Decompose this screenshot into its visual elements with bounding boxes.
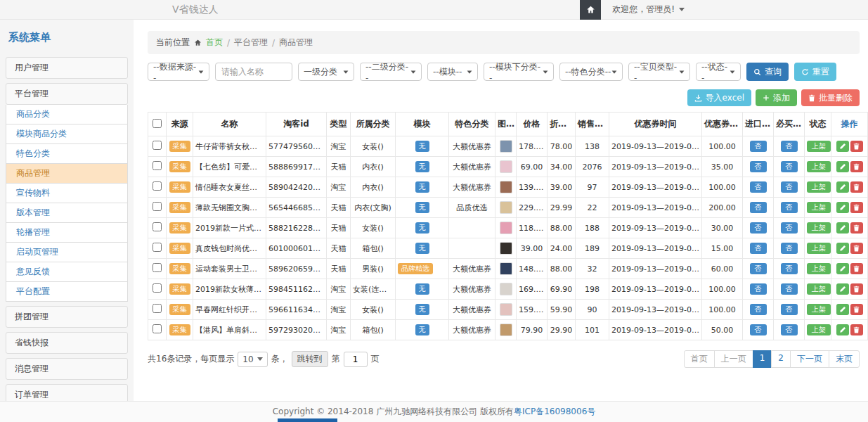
sidebar-item-7[interactable]: 版本管理 — [6, 203, 128, 223]
must-buy-toggle[interactable]: 否 — [781, 283, 798, 295]
status-button[interactable]: 上架 — [807, 304, 831, 315]
pager-button-2[interactable]: 1 — [753, 350, 772, 368]
per-page-select[interactable]: 10 — [238, 352, 267, 367]
delete-button[interactable] — [850, 324, 863, 335]
select-all-checkbox[interactable] — [153, 119, 162, 128]
must-buy-toggle[interactable]: 否 — [781, 243, 798, 254]
filter-select-data-source[interactable]: --数据来源-- — [148, 63, 209, 81]
sidebar-item-1[interactable]: 平台管理 — [6, 83, 128, 105]
row-checkbox[interactable] — [153, 324, 162, 333]
delete-button[interactable] — [850, 141, 863, 152]
filter-select-level1-category[interactable]: 一级分类 — [298, 63, 354, 81]
sidebar-item-11[interactable]: 平台配置 — [6, 282, 128, 302]
sidebar-item-3[interactable]: 模块商品分类 — [6, 124, 128, 144]
delete-button[interactable] — [850, 222, 863, 234]
row-checkbox[interactable] — [153, 263, 162, 272]
status-button[interactable]: 上架 — [807, 283, 831, 295]
import-select-toggle[interactable]: 否 — [750, 263, 767, 274]
must-buy-toggle[interactable]: 否 — [781, 263, 798, 274]
batch-delete-button[interactable]: 批量删除 — [801, 89, 860, 106]
row-checkbox[interactable] — [153, 161, 162, 170]
add-button[interactable]: 添加 — [756, 89, 797, 106]
delete-button[interactable] — [850, 202, 863, 213]
must-buy-toggle[interactable]: 否 — [781, 222, 798, 234]
edit-button[interactable] — [836, 243, 849, 254]
delete-button[interactable] — [850, 283, 863, 295]
must-buy-toggle[interactable]: 否 — [781, 161, 798, 172]
sidebar-item-6[interactable]: 宣传物料 — [6, 184, 128, 203]
delete-button[interactable] — [850, 304, 863, 315]
home-button[interactable] — [580, 0, 601, 20]
reset-button[interactable]: 重置 — [794, 63, 836, 81]
filter-select-module[interactable]: --模块-- — [427, 63, 478, 81]
edit-button[interactable] — [836, 161, 849, 172]
delete-button[interactable] — [850, 263, 863, 274]
row-checkbox[interactable] — [153, 283, 162, 293]
status-button[interactable]: 上架 — [807, 243, 831, 254]
row-checkbox[interactable] — [153, 202, 162, 211]
row-checkbox[interactable] — [153, 181, 162, 191]
edit-button[interactable] — [836, 181, 849, 193]
page-number-input[interactable] — [344, 352, 368, 367]
status-button[interactable]: 上架 — [807, 324, 831, 335]
filter-select-status[interactable]: --状态-- — [696, 63, 741, 81]
pager-button-4[interactable]: 下一页 — [790, 350, 829, 368]
filter-select-feature[interactable]: --特色分类-- — [559, 63, 623, 81]
breadcrumb-home-link[interactable]: 首页 — [206, 37, 223, 49]
edit-button[interactable] — [836, 324, 849, 335]
import-select-toggle[interactable]: 否 — [750, 202, 767, 213]
search-button[interactable]: 查询 — [746, 63, 789, 81]
import-select-toggle[interactable]: 否 — [750, 304, 767, 315]
filter-select-item-type[interactable]: --宝贝类型-- — [628, 63, 690, 81]
sidebar-item-13[interactable]: 省钱快报 — [6, 332, 128, 354]
delete-button[interactable] — [850, 161, 863, 172]
horizontal-scrollbar-thumb[interactable] — [278, 418, 337, 422]
sidebar-item-14[interactable]: 消息管理 — [6, 358, 128, 380]
status-button[interactable]: 上架 — [807, 141, 831, 152]
sidebar-item-4[interactable]: 特色分类 — [6, 144, 128, 164]
row-checkbox[interactable] — [153, 304, 162, 313]
filter-select-module-sub[interactable]: --模块下分类-- — [484, 63, 554, 81]
import-select-toggle[interactable]: 否 — [750, 324, 767, 335]
pager-button-1[interactable]: 上一页 — [714, 350, 753, 368]
status-button[interactable]: 上架 — [807, 202, 831, 213]
import-select-toggle[interactable]: 否 — [750, 161, 767, 172]
sidebar-item-0[interactable]: 用户管理 — [6, 57, 128, 79]
edit-button[interactable] — [836, 222, 849, 234]
edit-button[interactable] — [836, 283, 849, 295]
status-button[interactable]: 上架 — [807, 161, 831, 172]
import-select-toggle[interactable]: 否 — [750, 283, 767, 295]
sidebar-item-8[interactable]: 轮播管理 — [6, 223, 128, 243]
sidebar-item-2[interactable]: 商品分类 — [6, 105, 128, 124]
pager-button-3[interactable]: 2 — [771, 350, 791, 368]
must-buy-toggle[interactable]: 否 — [781, 181, 798, 193]
must-buy-toggle[interactable]: 否 — [781, 324, 798, 335]
status-button[interactable]: 上架 — [807, 222, 831, 234]
import-select-toggle[interactable]: 否 — [750, 141, 767, 152]
must-buy-toggle[interactable]: 否 — [781, 304, 798, 315]
name-search-input[interactable] — [215, 63, 292, 81]
edit-button[interactable] — [836, 141, 849, 152]
user-menu[interactable]: 欢迎您，管理员! — [601, 0, 696, 20]
import-select-toggle[interactable]: 否 — [750, 222, 767, 234]
edit-button[interactable] — [836, 263, 849, 274]
delete-button[interactable] — [850, 181, 863, 193]
filter-select-level2-category[interactable]: --二级分类-- — [360, 63, 422, 81]
import-select-toggle[interactable]: 否 — [750, 243, 767, 254]
sidebar-item-12[interactable]: 拼团管理 — [6, 306, 128, 328]
pager-button-0[interactable]: 首页 — [684, 350, 715, 368]
must-buy-toggle[interactable]: 否 — [781, 202, 798, 213]
sidebar-item-9[interactable]: 启动页管理 — [6, 243, 128, 262]
edit-button[interactable] — [836, 304, 849, 315]
status-button[interactable]: 上架 — [807, 181, 831, 193]
sidebar-item-5[interactable]: 商品管理 — [6, 164, 128, 184]
sidebar-item-10[interactable]: 意见反馈 — [6, 262, 128, 282]
breadcrumb-item-platform[interactable]: 平台管理 — [234, 37, 268, 49]
import-excel-button[interactable]: 导入excel — [687, 89, 751, 106]
jump-button[interactable]: 跳转到 — [292, 351, 328, 367]
status-button[interactable]: 上架 — [807, 263, 831, 274]
edit-button[interactable] — [836, 202, 849, 213]
row-checkbox[interactable] — [153, 222, 162, 231]
row-checkbox[interactable] — [153, 141, 162, 150]
must-buy-toggle[interactable]: 否 — [781, 141, 798, 152]
